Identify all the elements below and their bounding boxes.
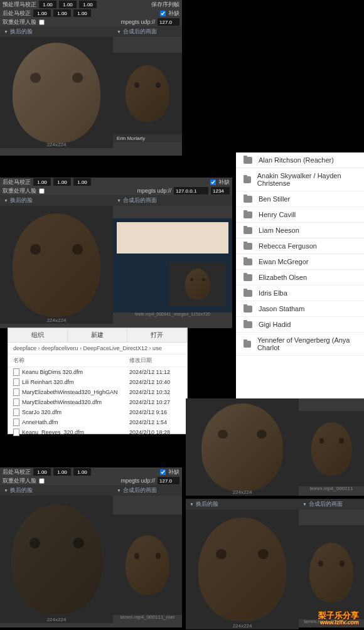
panel-4: 后处马校正 补缺 双重处理人脸 mpegts udp:// ▼换后的脸 224x… <box>0 467 182 627</box>
caption-label: temm.mp4_000111_mer <box>113 614 182 620</box>
caption-label: temm.mp4_000111 <box>299 486 364 491</box>
chevron-down-icon: ▼ <box>117 198 121 203</box>
gamma-pre-label: 预处理马校正 <box>3 1 36 9</box>
chevron-down-icon: ▼ <box>302 502 307 506</box>
port-input[interactable] <box>211 187 230 195</box>
actor-name: Anakin Skywalker / Hayden Christense <box>257 172 356 187</box>
supplement-checkbox[interactable] <box>160 469 166 475</box>
folder-icon <box>244 227 252 234</box>
gamma-input[interactable] <box>73 468 91 476</box>
supplement-label: 补缺 <box>168 9 179 18</box>
save-seq-label: 保存序列帧 <box>151 1 179 9</box>
folder-icon <box>244 341 251 348</box>
actor-item[interactable]: Ewan McGregor <box>236 254 364 270</box>
file-browser-tab[interactable]: 打开 <box>127 328 187 342</box>
folder-icon <box>244 196 252 203</box>
swap-face-header: ▼换后的脸 <box>0 485 113 496</box>
file-date: 2024/2/12 9:16 <box>129 409 167 415</box>
watermark-title: 梨子乐分享 <box>318 611 359 620</box>
chevron-down-icon: ▼ <box>190 502 194 506</box>
panel-6: ▼换后的脸 224x224 ▼合成后的画面 temm.mp4_000111_me… <box>186 499 364 627</box>
gamma-input[interactable] <box>33 178 51 186</box>
folder-icon <box>244 321 252 328</box>
dimension-label: 224x224 <box>186 623 299 629</box>
gamma-input[interactable] <box>73 178 91 186</box>
gamma-input[interactable] <box>53 9 71 17</box>
gamma-input[interactable] <box>59 1 77 8</box>
file-browser-tab[interactable]: 新建 <box>68 328 127 342</box>
actor-item[interactable]: Anakin Skywalker / Hayden Christense <box>236 168 364 191</box>
file-browser-tab[interactable]: 组织 <box>8 328 68 342</box>
actor-item[interactable]: Elizabeth Olsen <box>236 270 364 286</box>
column-date[interactable]: 修改日期 <box>129 356 152 365</box>
column-name[interactable]: 名称 <box>13 356 129 365</box>
actor-overlay-label: Erin Moriarty <box>113 134 182 142</box>
panel-2: 预处理马校正 保存序列帧 后处马校正 补缺 双重处理人脸 mpegts udp:… <box>0 0 182 152</box>
actor-item[interactable]: Rebecca Ferguson <box>236 238 364 254</box>
actor-item[interactable]: Idris Elba <box>236 286 364 301</box>
chevron-down-icon: ▼ <box>117 29 121 34</box>
double-proc-checkbox[interactable] <box>39 478 45 484</box>
double-proc-checkbox[interactable] <box>39 188 45 194</box>
actor-name: Jason Statham <box>259 305 304 312</box>
file-date: 2024/2/12 1:54 <box>129 419 167 425</box>
file-row[interactable]: MaryElizabethWinstead320.dfm2024/2/12 10… <box>8 397 187 407</box>
file-row[interactable]: Keanu BigDims 320.dfm2024/2/12 11:12 <box>8 367 187 377</box>
actor-item[interactable]: Jason Statham <box>236 301 364 317</box>
folder-icon <box>244 290 252 297</box>
ip-input[interactable] <box>174 187 208 195</box>
gamma-input[interactable] <box>53 178 71 186</box>
actor-item[interactable]: Yennefer of Vengerberg (Anya Charlot <box>236 333 364 356</box>
actor-name: Gigi Hadid <box>259 321 291 328</box>
double-proc-label: 双重处理人脸 <box>3 477 36 485</box>
file-row[interactable]: AnneHath.dfm2024/2/12 1:54 <box>8 417 187 427</box>
file-row[interactable]: ScarJo 320.dfm2024/2/12 9:16 <box>8 407 187 417</box>
face-preview-large: 224x224 <box>0 496 113 623</box>
gamma-post-label: 后处马校正 <box>3 178 31 186</box>
gamma-input[interactable] <box>53 468 71 476</box>
face-preview-large: 224x224 <box>0 206 113 324</box>
actor-item[interactable]: Henry Cavill <box>236 207 364 223</box>
ip-input[interactable] <box>158 18 179 26</box>
dimension-label: 224x224 <box>186 489 299 495</box>
gamma-input[interactable] <box>73 9 91 17</box>
file-browser: 组织新建打开 deepface › deepfaceliveru › DeepF… <box>8 328 188 434</box>
actor-item[interactable]: Gigi Hadid <box>236 317 364 333</box>
composite-header: ▼合成后的画面 <box>113 195 232 206</box>
gamma-input[interactable] <box>33 468 51 476</box>
file-row[interactable]: Keanu_Reeves_320.dfm2024/2/10 18:28 <box>8 427 187 437</box>
mpegts-label: mpegts udp:// <box>120 478 155 484</box>
file-row[interactable]: Lili Reinhart 320.dfm2024/2/12 10:40 <box>8 377 187 387</box>
file-row[interactable]: MaryElizabethWinstead320_HighGAN2024/2/1… <box>8 387 187 397</box>
file-name: Keanu BigDims 320.dfm <box>22 369 129 375</box>
actor-name: Ewan McGregor <box>259 258 308 265</box>
double-proc-checkbox[interactable] <box>39 19 45 25</box>
actor-name: Yennefer of Vengerberg (Anya Charlot <box>257 336 356 351</box>
file-icon <box>13 388 19 396</box>
face-preview-large: 224x224 <box>0 37 113 148</box>
dimension-label: 224x224 <box>0 142 113 147</box>
dimension-label: 224x224 <box>0 318 113 323</box>
gamma-input[interactable] <box>79 1 97 8</box>
supplement-checkbox[interactable] <box>160 11 166 16</box>
file-name: MaryElizabethWinstead320_HighGAN <box>22 389 129 395</box>
double-proc-label: 双重处理人脸 <box>3 187 36 195</box>
gamma-input[interactable] <box>39 1 56 8</box>
composite-header: ▼合成后的画面 <box>113 485 182 496</box>
supplement-checkbox[interactable] <box>210 179 216 185</box>
actor-name: Rebecca Ferguson <box>259 242 317 250</box>
swap-face-header: ▼换后的脸 <box>0 195 113 206</box>
ip-input[interactable] <box>158 477 179 484</box>
breadcrumb[interactable]: deepface › deepfaceliveru › DeepFaceLive… <box>8 343 187 355</box>
file-icon <box>13 368 19 376</box>
file-date: 2024/2/12 11:12 <box>129 369 170 375</box>
actor-item[interactable]: Alan Ritchson (Reacher) <box>236 152 364 168</box>
file-icon <box>13 398 19 406</box>
chevron-down-icon: ▼ <box>117 488 121 493</box>
gamma-input[interactable] <box>33 9 51 17</box>
desktop-preview <box>113 218 232 312</box>
file-date: 2024/2/12 10:40 <box>129 379 170 385</box>
actor-item[interactable]: Liam Neeson <box>236 223 364 238</box>
actor-item[interactable]: Ben Stiller <box>236 191 364 207</box>
gamma-post-label: 后处马校正 <box>3 468 31 476</box>
